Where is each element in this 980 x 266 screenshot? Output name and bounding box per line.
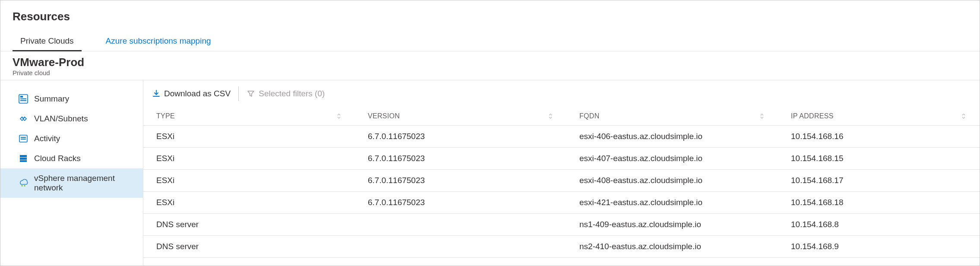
tab-azure-subscriptions-mapping[interactable]: Azure subscriptions mapping bbox=[98, 33, 219, 51]
svg-rect-3 bbox=[20, 100, 26, 101]
sidebar-item-summary[interactable]: Summary bbox=[0, 89, 143, 109]
download-csv-button[interactable]: Download as CSV bbox=[152, 89, 231, 98]
cell-version: 6.7.0.11675023 bbox=[355, 192, 566, 213]
cell-fqdn: esxi-406-eastus.az.cloudsimple.io bbox=[566, 126, 778, 147]
svg-rect-7 bbox=[20, 155, 27, 157]
column-header-version[interactable]: VERSION bbox=[355, 112, 566, 120]
cloud-header: VMware-Prod Private cloud bbox=[0, 51, 980, 80]
download-icon bbox=[152, 89, 161, 98]
table-row[interactable]: ESXi6.7.0.11675023esxi-421-eastus.az.clo… bbox=[143, 192, 980, 214]
svg-rect-8 bbox=[20, 158, 27, 160]
sidebar-item-cloud-racks[interactable]: Cloud Racks bbox=[0, 149, 143, 168]
svg-point-11 bbox=[24, 185, 25, 187]
column-header-fqdn[interactable]: FQDN bbox=[566, 112, 778, 120]
cell-version: 6.7.0.11675023 bbox=[355, 170, 566, 191]
cell-version: 6.7.0.11675023 bbox=[355, 126, 566, 147]
cell-ip: 10.154.168.15 bbox=[778, 148, 980, 169]
selected-filters-button[interactable]: Selected filters (0) bbox=[247, 89, 325, 98]
svg-rect-2 bbox=[20, 98, 26, 99]
page-header: Resources bbox=[0, 0, 980, 28]
cloud-name: VMware-Prod bbox=[13, 56, 967, 69]
sidebar-item-activity[interactable]: Activity bbox=[0, 129, 143, 149]
sort-icon bbox=[336, 113, 342, 119]
cell-type: DNS server bbox=[143, 214, 355, 235]
top-tabs: Private Clouds Azure subscriptions mappi… bbox=[0, 28, 980, 51]
cell-version bbox=[355, 263, 566, 266]
cell-type: DNS server bbox=[143, 236, 355, 257]
sidebar-item-label: VLAN/Subnets bbox=[34, 114, 88, 124]
network-table: TYPE VERSION FQDN IP ADDRESS ESXi6.7.0.1… bbox=[143, 107, 980, 266]
sort-icon bbox=[961, 113, 967, 119]
cell-fqdn: esxi-407-eastus.az.cloudsimple.io bbox=[566, 148, 778, 169]
table-row[interactable]: NSX Managernsx-419-eastus.az.cloudsimple… bbox=[143, 258, 980, 266]
cell-fqdn: ns2-410-eastus.az.cloudsimple.io bbox=[566, 236, 778, 257]
svg-rect-6 bbox=[21, 139, 26, 139]
cell-ip: 10.154.168.8 bbox=[778, 214, 980, 235]
download-csv-label: Download as CSV bbox=[164, 89, 231, 98]
table-row[interactable]: ESXi6.7.0.11675023esxi-406-eastus.az.clo… bbox=[143, 126, 980, 148]
cell-fqdn: esxi-421-eastus.az.cloudsimple.io bbox=[566, 192, 778, 213]
sidebar-item-label: Summary bbox=[34, 94, 69, 104]
sidebar-item-vsphere-management-network[interactable]: vSphere management network bbox=[0, 168, 143, 198]
sort-icon bbox=[547, 113, 553, 119]
tab-private-clouds[interactable]: Private Clouds bbox=[13, 33, 82, 51]
sidebar-item-vlan-subnets[interactable]: VLAN/Subnets bbox=[0, 109, 143, 129]
toolbar: Download as CSV Selected filters (0) bbox=[143, 80, 980, 107]
cell-ip: 10.154.168.11 bbox=[778, 258, 980, 266]
cell-fqdn: esxi-408-eastus.az.cloudsimple.io bbox=[566, 170, 778, 191]
page-title: Resources bbox=[13, 10, 967, 23]
table-row[interactable]: ESXi6.7.0.11675023esxi-407-eastus.az.clo… bbox=[143, 148, 980, 170]
sidebar-item-label: vSphere management network bbox=[34, 174, 133, 193]
sidebar: Summary VLAN/Subnets Activity Cloud Rack… bbox=[0, 80, 143, 266]
cell-ip: 10.154.168.18 bbox=[778, 192, 980, 213]
toolbar-divider bbox=[238, 86, 239, 101]
network-icon bbox=[19, 114, 28, 124]
summary-icon bbox=[19, 94, 28, 104]
cell-type: NSX Manager bbox=[143, 258, 355, 266]
filter-icon bbox=[247, 89, 255, 98]
activity-icon bbox=[19, 134, 28, 143]
cell-fqdn: nsx-419-eastus.az.cloudsimple.io bbox=[566, 258, 778, 266]
sort-icon bbox=[759, 113, 765, 119]
cell-type: ESXi bbox=[143, 148, 355, 169]
cell-type: ESXi bbox=[143, 170, 355, 191]
svg-point-10 bbox=[22, 185, 23, 187]
sidebar-item-label: Cloud Racks bbox=[34, 154, 81, 163]
selected-filters-label: Selected filters (0) bbox=[259, 89, 325, 98]
cell-ip: 10.154.168.17 bbox=[778, 170, 980, 191]
sidebar-item-label: Activity bbox=[34, 134, 60, 143]
cell-version bbox=[355, 218, 566, 231]
svg-rect-9 bbox=[20, 160, 27, 162]
column-header-type[interactable]: TYPE bbox=[143, 112, 355, 120]
racks-icon bbox=[19, 154, 28, 163]
cell-type: ESXi bbox=[143, 126, 355, 147]
svg-rect-1 bbox=[20, 96, 23, 98]
cell-ip: 10.154.168.16 bbox=[778, 126, 980, 147]
cell-fqdn: ns1-409-eastus.az.cloudsimple.io bbox=[566, 214, 778, 235]
cell-type: ESXi bbox=[143, 192, 355, 213]
table-header: TYPE VERSION FQDN IP ADDRESS bbox=[143, 107, 980, 126]
vsphere-icon bbox=[19, 178, 28, 188]
cell-ip: 10.154.168.9 bbox=[778, 236, 980, 257]
cell-version bbox=[355, 241, 566, 253]
table-row[interactable]: DNS serverns2-410-eastus.az.cloudsimple.… bbox=[143, 236, 980, 258]
table-row[interactable]: DNS serverns1-409-eastus.az.cloudsimple.… bbox=[143, 214, 980, 236]
table-row[interactable]: ESXi6.7.0.11675023esxi-408-eastus.az.clo… bbox=[143, 170, 980, 192]
svg-rect-5 bbox=[21, 137, 26, 138]
cloud-subtitle: Private cloud bbox=[13, 69, 967, 76]
cell-version: 6.7.0.11675023 bbox=[355, 148, 566, 169]
column-header-ip[interactable]: IP ADDRESS bbox=[778, 112, 980, 120]
